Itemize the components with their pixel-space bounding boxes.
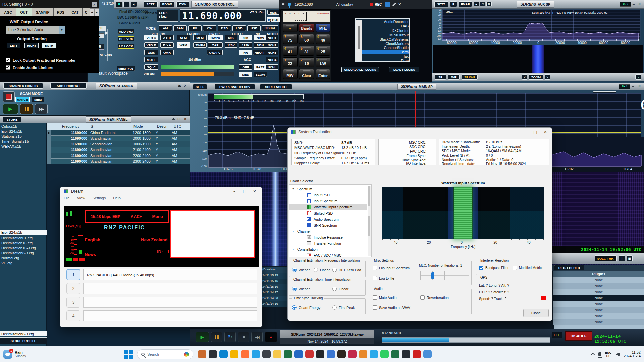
nfm-button[interactable]: NFM bbox=[177, 35, 190, 40]
mode-digital-button[interactable]: DIGITAL bbox=[262, 25, 278, 31]
chevron-down-icon[interactable]: ▼ bbox=[59, 26, 65, 34]
tree-item-fac-sdc-msc[interactable]: FAC / SDC / MSC bbox=[307, 252, 341, 257]
vfo-b-button[interactable]: VFO B bbox=[144, 42, 158, 48]
maximize-icon[interactable]: □ bbox=[241, 189, 248, 194]
service-2-field[interactable] bbox=[83, 283, 257, 294]
tab-cat[interactable]: CAT bbox=[68, 8, 83, 16]
info-button[interactable]: i bbox=[635, 74, 641, 80]
add-vrx-button[interactable]: ADD VRX bbox=[118, 29, 134, 34]
tree-group-spectrum[interactable]: ▼Spectrum bbox=[292, 186, 312, 192]
store-button[interactable]: STORE bbox=[3, 117, 21, 122]
recording-row[interactable]: 24/11/15 16 bbox=[261, 279, 287, 284]
unload-all-plugins-button[interactable]: UNLOAD ALL PLUGINS bbox=[341, 67, 379, 72]
tab-agc[interactable]: AGC bbox=[0, 8, 16, 16]
minimize-icon[interactable]: – bbox=[123, 2, 129, 7]
tab-scroll-left-icon[interactable]: ◀ bbox=[90, 8, 94, 16]
aux-f-button[interactable]: F bbox=[450, 1, 457, 7]
language-indicator[interactable]: ENGUS bbox=[605, 351, 612, 358]
plugin-item[interactable]: BlackCatSystems bbox=[362, 37, 409, 42]
iq-out-button[interactable]: IQ OUT bbox=[267, 17, 280, 22]
checkbox-checked-icon[interactable] bbox=[6, 58, 10, 62]
lock-resampler-row[interactable]: Lock Output Fractional Resampler bbox=[6, 58, 76, 62]
squelch-bar[interactable] bbox=[161, 65, 234, 69]
key-75m[interactable]: 775 bbox=[283, 34, 298, 44]
start-button[interactable] bbox=[124, 350, 133, 359]
add-lockout-button[interactable]: ADD LOCKOUT bbox=[50, 83, 87, 89]
close-icon[interactable]: ✕ bbox=[184, 117, 187, 121]
mode-sam-button[interactable]: SAM bbox=[173, 25, 187, 31]
volume-icon[interactable] bbox=[616, 353, 620, 356]
plugin-slot[interactable]: None bbox=[553, 307, 644, 313]
nchl-button[interactable]: NCHL bbox=[266, 64, 278, 70]
nbn-button[interactable]: NBN bbox=[254, 42, 267, 48]
key-60m[interactable]: 860 bbox=[299, 34, 314, 44]
plugin-item[interactable]: ContourShuttle bbox=[362, 46, 409, 50]
plugin-item[interactable]: AudioRecorder bbox=[362, 20, 409, 24]
store-profile-button[interactable]: STORE PROFILE bbox=[0, 337, 47, 344]
plugin-slot-selected[interactable]: None bbox=[553, 295, 644, 301]
tab-sam-hp[interactable]: SAM/HP bbox=[32, 8, 54, 16]
plugin-slot[interactable]: None bbox=[553, 277, 644, 283]
nch1-button[interactable]: NCH1 bbox=[266, 35, 278, 40]
store-cfg-item[interactable]: Decimisation8-3.cfg bbox=[0, 251, 47, 255]
plugin-slot[interactable]: None bbox=[553, 301, 644, 307]
checkbox-bandpass-filter[interactable]: Bandpass Filter bbox=[479, 266, 508, 270]
checkbox-checked-icon[interactable] bbox=[6, 65, 10, 70]
radio-dft-zero-pad[interactable]: DFT Zero Pad. bbox=[332, 268, 362, 272]
agc-med-button[interactable]: MED bbox=[239, 72, 252, 77]
tab-out[interactable]: OUT bbox=[16, 8, 32, 16]
mem-row[interactable]: 11690000Scandinavian2200-2400YAM bbox=[51, 153, 190, 159]
rms-button[interactable]: RMS bbox=[267, 10, 279, 15]
app-icon[interactable] bbox=[198, 350, 206, 358]
menu-file[interactable]: File bbox=[64, 196, 70, 200]
close-icon[interactable]: ✕ bbox=[398, 2, 401, 7]
plugin-item[interactable]: DXCluster bbox=[362, 28, 409, 33]
tree-item-input-spectrum[interactable]: Input Spectrum bbox=[307, 198, 337, 204]
info-button[interactable]: i bbox=[619, 255, 625, 261]
tree-group-channel[interactable]: ▼Channel bbox=[292, 228, 310, 234]
agc-fast-button[interactable]: FAST bbox=[254, 64, 267, 70]
del-vrx-button[interactable]: DEL VRX bbox=[118, 36, 134, 41]
recording-row[interactable]: 24/11/14 16 bbox=[261, 301, 287, 307]
mfm-button[interactable]: MFM bbox=[193, 35, 207, 40]
load-plugins-button[interactable]: LOAD PLUGINS bbox=[389, 67, 419, 72]
app-icon[interactable] bbox=[402, 350, 410, 358]
nch4-button[interactable]: NCH4 bbox=[266, 57, 278, 62]
wf-view-button[interactable]: WF bbox=[448, 74, 460, 80]
microphone-icon[interactable] bbox=[598, 352, 601, 356]
pwr-snr-csv-button[interactable]: PWR & SNR TO CSV bbox=[215, 84, 255, 89]
zoom-out-button[interactable]: < bbox=[522, 74, 527, 80]
plugin-item[interactable]: Fran bbox=[362, 59, 409, 63]
nboff-button[interactable]: NBOFF bbox=[253, 50, 267, 55]
app-icon[interactable] bbox=[219, 350, 228, 358]
b-to-a-button[interactable]: B > A bbox=[160, 42, 174, 48]
mem-row[interactable]: 11690000Scandinavian0000-1900YAM bbox=[51, 141, 190, 147]
nch2-button[interactable]: NCH2 bbox=[266, 42, 278, 48]
app-icon[interactable] bbox=[305, 350, 314, 358]
checkbox-save-audio-wav[interactable]: Save Audio as WAV bbox=[373, 305, 410, 310]
ghost-close-icon[interactable]: ✕ bbox=[486, 2, 492, 6]
rf-gain-slider-handle[interactable] bbox=[105, 31, 108, 35]
close-icon[interactable]: ✕ bbox=[251, 189, 258, 194]
mem-pan-button[interactable]: MEM PAN bbox=[117, 66, 135, 71]
band-dot-key[interactable]: ● bbox=[283, 24, 298, 32]
scan-play-button[interactable]: ▶ bbox=[3, 104, 18, 114]
rx-sett-button[interactable]: SETT. bbox=[144, 1, 158, 7]
plugin-item[interactable]: CloudMarkers bbox=[362, 42, 409, 46]
checkbox-log-to-file[interactable]: Log to file bbox=[373, 276, 394, 280]
filter-80k-button[interactable]: 80K bbox=[239, 35, 252, 40]
mem-row-selected[interactable]: 11690000China Radio Int.1200-1300YAM bbox=[51, 130, 190, 136]
close-icon[interactable]: x bbox=[92, 2, 97, 7]
mode-cw-button[interactable]: CW bbox=[203, 25, 216, 31]
key-mw[interactable]: MW bbox=[283, 69, 298, 79]
wav-filename[interactable]: SDRuno_20241114_165901Z_12370kHz.wav bbox=[280, 330, 374, 338]
service-1-field[interactable]: RNZ PACIFIC | AAC+ Mono (15.48 kbps) bbox=[83, 269, 257, 280]
minimize-icon[interactable]: – bbox=[231, 189, 238, 194]
radio-wiener-time[interactable]: Wiener bbox=[292, 287, 310, 291]
app-icon[interactable] bbox=[370, 350, 378, 358]
cwpk-button[interactable]: CWPK bbox=[208, 35, 223, 40]
plugin-slot[interactable]: None bbox=[553, 283, 644, 289]
store-cfg-item[interactable]: VC.cfg bbox=[0, 261, 47, 265]
scan-stop-button[interactable] bbox=[3, 91, 15, 102]
cwafc-button[interactable]: CWAFC bbox=[207, 50, 223, 55]
